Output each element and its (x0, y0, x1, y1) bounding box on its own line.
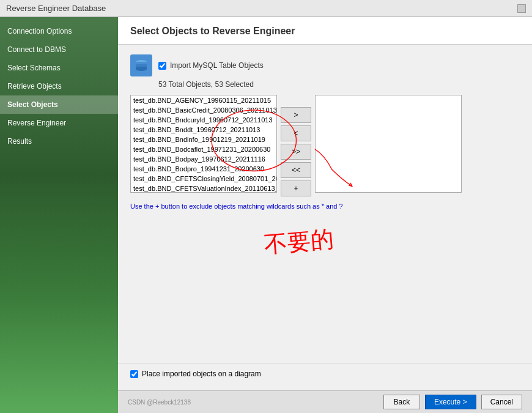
list-item[interactable]: test_db.BND_Bodpay_19970612_20211116 (131, 154, 276, 164)
list-item[interactable]: test_db.BND_Bndcuryld_19960712_20211013 (131, 115, 276, 125)
sidebar-item-results[interactable]: Results (0, 132, 118, 151)
sidebar-item-retrieve-objects[interactable]: Retrieve Objects (0, 77, 118, 95)
list-item[interactable]: test_db.BND_Bndinfo_19901219_20211019 (131, 135, 276, 144)
list-item[interactable]: test_db.BND_CFETSValuationIndex_20110613… (131, 184, 276, 193)
object-selection: test_db.BND_AGENCY_19960115_20211015test… (130, 95, 520, 196)
content-header: Select Objects to Reverse Engineer (118, 17, 532, 45)
import-mysql-checkbox[interactable] (158, 62, 166, 70)
db-icon (130, 54, 152, 76)
execute-button[interactable]: Execute > (425, 395, 476, 409)
total-objects-label: 53 Total Objects, 53 Selected (158, 80, 520, 89)
available-objects-list[interactable]: test_db.BND_AGENCY_19960115_20211015test… (130, 95, 277, 193)
sidebar-item-select-objects[interactable]: Select Objects (0, 95, 118, 114)
cancel-button[interactable]: Cancel (481, 395, 522, 409)
move-right-button[interactable]: > (281, 107, 311, 123)
add-button[interactable]: + (281, 180, 311, 196)
sidebar-item-connect-to-dbms[interactable]: Connect to DBMS (0, 40, 118, 59)
back-button[interactable]: Back (383, 395, 420, 409)
move-all-left-button[interactable]: << (281, 162, 311, 178)
selected-objects-list[interactable] (315, 95, 462, 193)
title-bar: Reverse Engineer Database (0, 0, 532, 17)
sidebar-item-select-schemas[interactable]: Select Schemas (0, 59, 118, 77)
title-text: Reverse Engineer Database (6, 4, 106, 13)
chinese-annotation-svg: 不要的 (253, 210, 436, 271)
list-item[interactable]: test_db.BND_CFETSClosingYield_20080701_2… (131, 174, 276, 184)
close-button[interactable] (517, 4, 526, 13)
sidebar-item-connection-options[interactable]: Connection Options (0, 22, 118, 40)
list-item[interactable]: test_db.BND_Bnddt_19960712_20211013 (131, 125, 276, 135)
content-body: Import MySQL Table Objects Hide Filter 5… (118, 45, 532, 363)
bottom-section: Place imported objects on a diagram (118, 363, 532, 390)
list-item[interactable]: test_db.BND_Bodcaflot_19971231_20200630 (131, 144, 276, 154)
annotation-area: 不要的 (130, 210, 520, 283)
list-item[interactable]: test_db.BND_Bodpro_19941231_20200630 (131, 164, 276, 174)
sidebar-item-reverse-engineer[interactable]: Reverse Engineer (0, 114, 118, 132)
import-checkbox-row: Import MySQL Table Objects (158, 61, 264, 70)
list-item[interactable]: test_db.BND_AGENCY_19960115_20211015 (131, 95, 276, 105)
place-on-diagram-checkbox[interactable] (130, 370, 138, 378)
transfer-buttons: ><>><<+ (281, 95, 311, 196)
footer: CSDN @Reebck12138 Back Execute > Cancel (118, 390, 532, 413)
place-on-diagram-row: Place imported objects on a diagram (130, 370, 520, 378)
list-item[interactable]: test_db.BND_BasicCredit_20080306_2021101… (131, 105, 276, 115)
move-left-button[interactable]: < (281, 125, 311, 141)
svg-text:不要的: 不要的 (263, 226, 334, 258)
wildcard-hint: Use the + button to exclude objects matc… (130, 203, 520, 210)
import-label: Import MySQL Table Objects (170, 61, 264, 70)
place-on-diagram-label: Place imported objects on a diagram (142, 370, 261, 378)
main-layout: Connection OptionsConnect to DBMSSelect … (0, 17, 532, 413)
content-area: Select Objects to Reverse Engineer Imp (118, 17, 532, 413)
page-heading: Select Objects to Reverse Engineer (130, 26, 520, 37)
move-all-right-button[interactable]: >> (281, 144, 311, 160)
import-section: Import MySQL Table Objects Hide Filter (130, 54, 520, 76)
sidebar: Connection OptionsConnect to DBMSSelect … (0, 17, 118, 413)
